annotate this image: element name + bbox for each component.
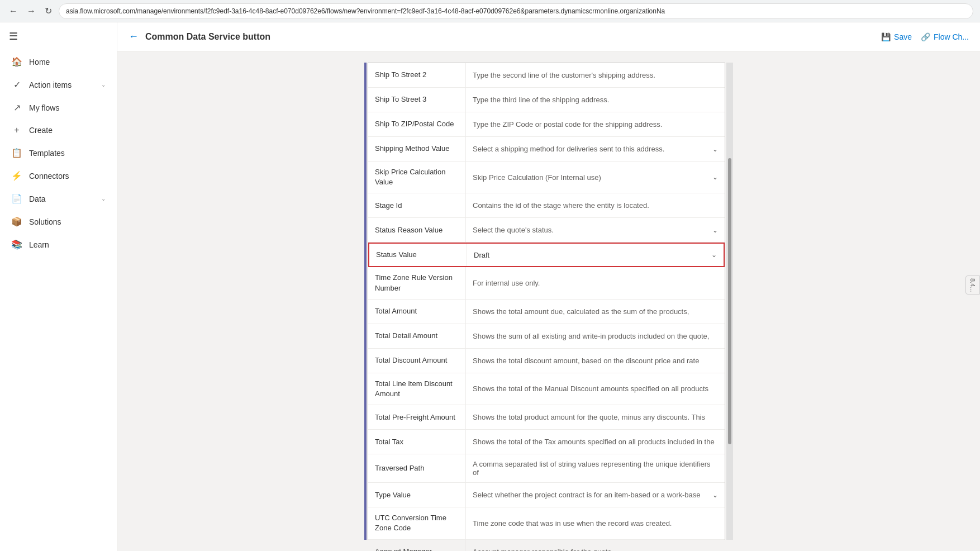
- field-label-shipping-method-value: Shipping Method Value: [368, 137, 466, 161]
- sidebar: ☰ 🏠 Home ✓ Action items ⌄ ↗ My flows + C…: [0, 22, 117, 551]
- side-tab[interactable]: 8.4...: [965, 276, 980, 294]
- form-row-traversed-path: Traversed PathA comma separated list of …: [368, 454, 725, 483]
- field-value-total-detail-amount: Shows the sum of all existing and write-…: [466, 324, 725, 348]
- form-row-ship-to-street-3: Ship To Street 3Type the third line of t…: [368, 88, 725, 112]
- field-value-ship-to-street-3: Type the third line of the shipping addr…: [466, 88, 725, 112]
- flow-checker-button[interactable]: 🔗 Flow Ch...: [921, 32, 969, 41]
- learn-icon: 📚: [11, 239, 22, 250]
- field-value-type-value[interactable]: Select whether the project contract is f…: [466, 483, 725, 507]
- sidebar-toggle[interactable]: ☰: [0, 22, 117, 50]
- form-row-total-tax: Total TaxShows the total of the Tax amou…: [368, 430, 725, 454]
- sidebar-item-my-flows[interactable]: ↗ My flows: [2, 97, 115, 118]
- sidebar-item-create[interactable]: + Create: [2, 120, 115, 141]
- address-input[interactable]: [59, 3, 973, 19]
- main-layout: ☰ 🏠 Home ✓ Action items ⌄ ↗ My flows + C…: [0, 22, 980, 551]
- flow-checker-icon: 🔗: [921, 32, 930, 41]
- form-row-shipping-method-value: Shipping Method ValueSelect a shipping m…: [368, 137, 725, 162]
- create-icon: +: [11, 125, 22, 135]
- dropdown-chevron-icon: ⌄: [712, 173, 718, 181]
- check-icon: ✓: [11, 79, 22, 90]
- form-container: Ship To Street 2Type the second line of …: [368, 63, 725, 551]
- sidebar-item-connectors[interactable]: ⚡ Connectors: [2, 165, 115, 187]
- field-value-total-pre-freight-amount: Shows the total product amount for the q…: [466, 405, 725, 429]
- solutions-icon: 📦: [11, 216, 22, 227]
- field-label-total-amount: Total Amount: [368, 300, 466, 324]
- form-row-status-reason-value: Status Reason ValueSelect the quote's st…: [368, 218, 725, 243]
- field-label-ship-to-zip: Ship To ZIP/Postal Code: [368, 112, 466, 136]
- chevron-down-icon: ⌄: [101, 82, 106, 88]
- field-label-ship-to-street-2: Ship To Street 2: [368, 63, 466, 87]
- sidebar-item-templates[interactable]: 📋 Templates: [2, 142, 115, 164]
- field-label-total-tax: Total Tax: [368, 430, 466, 454]
- sidebar-item-action-items[interactable]: ✓ Action items ⌄: [2, 74, 115, 96]
- templates-icon: 📋: [11, 148, 22, 158]
- field-label-total-detail-amount: Total Detail Amount: [368, 324, 466, 348]
- field-value-total-discount-amount: Shows the total discount amount, based o…: [466, 349, 725, 373]
- sidebar-item-learn[interactable]: 📚 Learn: [2, 234, 115, 255]
- field-label-type-value: Type Value: [368, 483, 466, 507]
- field-label-total-pre-freight-amount: Total Pre-Freight Amount: [368, 405, 466, 429]
- form-left-border: [364, 63, 367, 540]
- field-value-utc-conversion-time-zone-code: Time zone code that was in use when the …: [466, 507, 725, 539]
- form-row-total-detail-amount: Total Detail AmountShows the sum of all …: [368, 324, 725, 349]
- home-icon: 🏠: [11, 56, 22, 67]
- back-to-flow-button[interactable]: ←: [129, 31, 139, 42]
- header-actions: 💾 Save 🔗 Flow Ch...: [881, 32, 969, 41]
- field-value-total-tax: Shows the total of the Tax amounts speci…: [466, 430, 725, 454]
- form-row-stage-id: Stage IdContains the id of the stage whe…: [368, 193, 725, 218]
- forward-button[interactable]: →: [25, 4, 38, 18]
- field-value-status-reason-value[interactable]: Select the quote's status.⌄: [466, 218, 725, 242]
- field-value-status-value[interactable]: Draft⌄: [467, 244, 724, 266]
- content-area: ← Common Data Service button 💾 Save 🔗 Fl…: [117, 22, 980, 551]
- sidebar-item-solutions[interactable]: 📦 Solutions: [2, 211, 115, 232]
- field-label-time-zone-rule-version-number: Time Zone Rule Version Number: [368, 267, 466, 298]
- refresh-button[interactable]: ↻: [42, 3, 54, 18]
- back-arrow-icon: ←: [129, 31, 139, 42]
- form-row-total-discount-amount: Total Discount AmountShows the total dis…: [368, 349, 725, 373]
- form-row-type-value: Type ValueSelect whether the project con…: [368, 483, 725, 507]
- form-row-ship-to-zip: Ship To ZIP/Postal CodeType the ZIP Code…: [368, 112, 725, 137]
- data-icon: 📄: [11, 193, 22, 204]
- field-label-status-reason-value: Status Reason Value: [368, 218, 466, 242]
- back-button[interactable]: ←: [7, 4, 20, 18]
- field-label-total-discount-amount: Total Discount Amount: [368, 349, 466, 373]
- scroll-thumb: [728, 158, 731, 444]
- field-label-status-value: Status Value: [369, 244, 467, 266]
- dropdown-chevron-icon: ⌄: [712, 145, 718, 153]
- field-label-utc-conversion-time-zone-code: UTC Conversion Time Zone Code: [368, 507, 466, 539]
- form-row-time-zone-rule-version-number: Time Zone Rule Version NumberFor interna…: [368, 267, 725, 299]
- flows-icon: ↗: [11, 102, 22, 113]
- page-title: Common Data Service button: [145, 32, 270, 42]
- secondary-header: ← Common Data Service button 💾 Save 🔗 Fl…: [117, 22, 980, 51]
- save-icon: 💾: [881, 32, 891, 41]
- field-label-stage-id: Stage Id: [368, 193, 466, 217]
- scroll-indicator[interactable]: [726, 63, 733, 540]
- field-value-total-amount: Shows the total amount due, calculated a…: [466, 300, 725, 324]
- form-row-total-amount: Total AmountShows the total amount due, …: [368, 300, 725, 324]
- form-row-skip-price-calculation-value: Skip Price Calculation ValueSkip Price C…: [368, 162, 725, 193]
- field-label-skip-price-calculation-value: Skip Price Calculation Value: [368, 162, 466, 193]
- form-row-utc-conversion-time-zone-code: UTC Conversion Time Zone CodeTime zone c…: [368, 507, 725, 539]
- form-row-ship-to-street-2: Ship To Street 2Type the second line of …: [368, 63, 725, 88]
- sidebar-item-home[interactable]: 🏠 Home: [2, 51, 115, 73]
- sidebar-item-data[interactable]: 📄 Data ⌄: [2, 188, 115, 210]
- connectors-icon: ⚡: [11, 170, 22, 181]
- field-label-ship-to-street-3: Ship To Street 3: [368, 88, 466, 112]
- form-wrapper: Ship To Street 2Type the second line of …: [364, 63, 733, 540]
- form-row-total-line-item-discount-amount: Total Line Item Discount AmountShows the…: [368, 373, 725, 405]
- field-value-time-zone-rule-version-number: For internal use only.: [466, 267, 725, 298]
- browser-address-bar: ← → ↻: [0, 0, 980, 22]
- field-value-ship-to-street-2: Type the second line of the customer's s…: [466, 63, 725, 87]
- field-value-account-manager: Account manager responsible for the quot…: [466, 540, 725, 552]
- flow-content: Ship To Street 2Type the second line of …: [117, 51, 980, 551]
- form-panel: Ship To Street 2Type the second line of …: [368, 63, 725, 540]
- dropdown-chevron-icon: ⌄: [711, 251, 717, 259]
- field-value-total-line-item-discount-amount: Shows the total of the Manual Discount a…: [466, 373, 725, 405]
- save-button[interactable]: 💾 Save: [881, 32, 912, 41]
- form-row-status-value: Status ValueDraft⌄: [368, 243, 725, 267]
- field-value-skip-price-calculation-value[interactable]: Skip Price Calculation (For Internal use…: [466, 162, 725, 193]
- field-value-stage-id: Contains the id of the stage where the e…: [466, 193, 725, 217]
- field-value-shipping-method-value[interactable]: Select a shipping method for deliveries …: [466, 137, 725, 161]
- field-label-traversed-path: Traversed Path: [368, 454, 466, 482]
- dropdown-chevron-icon: ⌄: [712, 226, 718, 234]
